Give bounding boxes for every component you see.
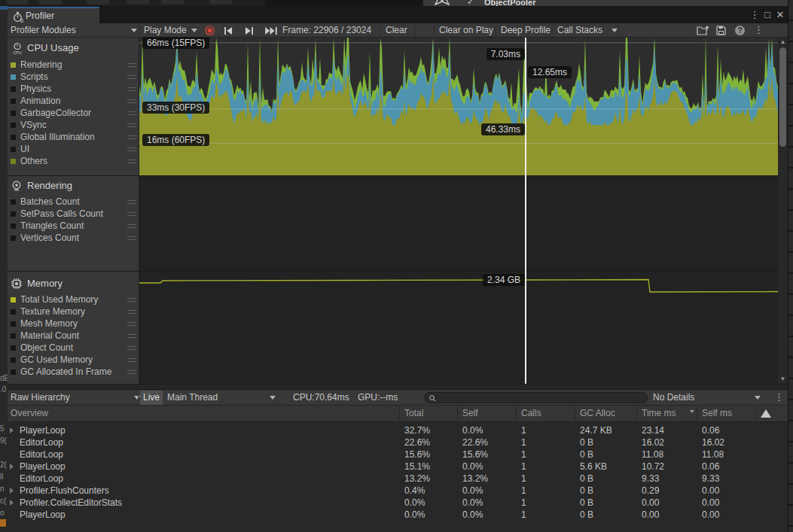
- legend-color-swatch[interactable]: [11, 74, 16, 80]
- load-profile-icon[interactable]: [697, 26, 709, 35]
- legend-item-ui[interactable]: UI: [11, 143, 140, 155]
- legend-color-swatch[interactable]: [11, 87, 16, 92]
- legend-color-swatch[interactable]: [11, 345, 16, 351]
- legend-item-setpass-calls-count[interactable]: SetPass Calls Count: [11, 208, 140, 220]
- rendering-chart[interactable]: [139, 176, 778, 271]
- drag-handle-icon[interactable]: [127, 123, 136, 127]
- legend-item-mesh-memory[interactable]: Mesh Memory: [11, 318, 140, 330]
- legend-item-rendering[interactable]: Rendering: [11, 59, 140, 71]
- last-frame-button[interactable]: [264, 27, 277, 35]
- details-view-dropdown[interactable]: No Details: [653, 390, 694, 405]
- drag-handle-icon[interactable]: [127, 200, 136, 204]
- hierarchy-mode-dropdown[interactable]: Raw Hierarchy: [11, 390, 70, 405]
- column-total[interactable]: Total: [404, 406, 423, 421]
- legend-item-vsync[interactable]: VSync: [11, 119, 140, 131]
- memory-chart[interactable]: [139, 272, 778, 384]
- scroll-down-icon[interactable]: ▼: [778, 375, 788, 383]
- drag-handle-icon[interactable]: [127, 111, 136, 115]
- legend-item-vertices-count[interactable]: Vertices Count: [11, 232, 140, 244]
- details-menu-icon[interactable]: ⋮: [774, 390, 784, 405]
- window-maximize-icon[interactable]: □: [761, 6, 773, 23]
- clear-button[interactable]: Clear: [386, 23, 407, 37]
- column-self[interactable]: Self: [462, 406, 478, 421]
- window-close-icon[interactable]: ✕: [774, 6, 786, 23]
- legend-item-scripts[interactable]: Scripts: [11, 71, 140, 83]
- module-header-memory[interactable]: Memory: [11, 278, 23, 290]
- drag-handle-icon[interactable]: [127, 322, 136, 326]
- drag-handle-icon[interactable]: [127, 160, 136, 163]
- column-time-ms[interactable]: Time ms: [642, 406, 676, 421]
- legend-item-object-count[interactable]: Object Count: [11, 342, 140, 354]
- legend-color-swatch[interactable]: [11, 211, 16, 217]
- table-row[interactable]: PlayerLoop32.7%0.0%124.7 KB23.140.06: [8, 424, 788, 436]
- table-row[interactable]: Profiler.FlushCounters0.4%0.0%10 B0.290.…: [8, 485, 788, 497]
- column-self-ms[interactable]: Self ms: [702, 406, 732, 421]
- legend-item-animation[interactable]: Animation: [11, 95, 140, 107]
- expand-arrow-icon[interactable]: [10, 464, 14, 470]
- drag-handle-icon[interactable]: [127, 358, 136, 362]
- window-menu-icon[interactable]: ⋮: [749, 6, 761, 23]
- clear-on-play-button[interactable]: Clear on Play: [439, 23, 493, 37]
- legend-color-swatch[interactable]: [11, 333, 16, 339]
- thread-dropdown[interactable]: Main Thread: [167, 390, 218, 405]
- legend-item-texture-memory[interactable]: Texture Memory: [11, 306, 140, 318]
- legend-color-swatch[interactable]: [11, 321, 16, 327]
- drag-handle-icon[interactable]: [127, 298, 136, 302]
- live-toggle[interactable]: Live: [140, 391, 163, 405]
- help-icon[interactable]: ?: [735, 26, 745, 35]
- drag-handle-icon[interactable]: [127, 212, 136, 216]
- charts-scrollbar[interactable]: ▲ ▼: [778, 38, 788, 384]
- cpu-usage-chart[interactable]: [139, 38, 778, 175]
- table-row[interactable]: PlayerLoop15.1%0.0%15.6 KB10.720.06: [8, 461, 788, 473]
- skip-first-frame-button[interactable]: [224, 27, 233, 35]
- module-header-cpu-usage[interactable]: CPUCPU Usage: [11, 42, 24, 54]
- legend-item-global-illumination[interactable]: Global Illumination: [11, 131, 140, 143]
- expand-arrow-icon[interactable]: [10, 500, 14, 506]
- profiler-modules-dropdown[interactable]: Profiler Modules: [11, 23, 76, 37]
- legend-item-gc-allocated-in-frame[interactable]: GC Allocated In Frame: [11, 366, 140, 378]
- legend-item-physics[interactable]: Physics: [11, 83, 140, 95]
- legend-color-swatch[interactable]: [11, 62, 16, 68]
- legend-color-swatch[interactable]: [11, 357, 16, 363]
- legend-item-total-used-memory[interactable]: Total Used Memory: [11, 293, 140, 306]
- legend-color-swatch[interactable]: [11, 236, 16, 241]
- drag-handle-icon[interactable]: [127, 75, 136, 79]
- legend-color-swatch[interactable]: [11, 369, 16, 375]
- legend-color-swatch[interactable]: [11, 99, 16, 104]
- drag-handle-icon[interactable]: [127, 224, 136, 228]
- drag-handle-icon[interactable]: [127, 63, 136, 67]
- table-row[interactable]: PlayerLoop0.0%0.0%10 B0.000.00: [8, 509, 788, 521]
- drag-handle-icon[interactable]: [127, 135, 136, 139]
- collapse-arrow-icon[interactable]: [761, 409, 771, 418]
- drag-handle-icon[interactable]: [127, 236, 136, 240]
- legend-color-swatch[interactable]: [11, 159, 16, 164]
- legend-color-swatch[interactable]: [11, 223, 16, 229]
- legend-color-swatch[interactable]: [11, 147, 16, 152]
- legend-item-batches-count[interactable]: Batches Count: [11, 196, 140, 208]
- legend-item-others[interactable]: Others: [11, 155, 140, 167]
- legend-item-gc-used-memory[interactable]: GC Used Memory: [11, 354, 140, 366]
- next-frame-button[interactable]: [245, 27, 253, 35]
- drag-handle-icon[interactable]: [127, 147, 136, 151]
- expand-arrow-icon[interactable]: [10, 427, 14, 433]
- drag-handle-icon[interactable]: [127, 346, 136, 350]
- table-row[interactable]: Profiler.CollectEditorStats0.0%0.0%10 B0…: [8, 497, 788, 509]
- legend-color-swatch[interactable]: [11, 123, 16, 128]
- drag-handle-icon[interactable]: [127, 87, 136, 91]
- call-stacks-dropdown[interactable]: Call Stacks: [557, 23, 618, 37]
- record-button[interactable]: [205, 26, 215, 35]
- legend-color-swatch[interactable]: [11, 135, 16, 140]
- table-row[interactable]: EditorLoop15.6%15.6%10 B11.0811.08: [8, 448, 788, 461]
- drag-handle-icon[interactable]: [127, 334, 136, 338]
- legend-color-swatch[interactable]: [11, 199, 16, 205]
- expand-arrow-icon[interactable]: [10, 488, 14, 494]
- column-gc-alloc[interactable]: GC Alloc: [580, 406, 615, 421]
- legend-item-garbagecollector[interactable]: GarbageCollector: [11, 107, 140, 119]
- selected-frame-line[interactable]: [525, 38, 526, 384]
- toolbar-menu-icon[interactable]: ⋮: [754, 23, 764, 37]
- scrollbar-thumb[interactable]: [779, 47, 786, 147]
- legend-color-swatch[interactable]: [11, 297, 16, 302]
- tab-profiler[interactable]: Profiler: [8, 7, 99, 23]
- table-row[interactable]: EditorLoop13.2%13.2%10 B9.339.33: [8, 473, 788, 485]
- legend-item-material-count[interactable]: Material Count: [11, 330, 140, 342]
